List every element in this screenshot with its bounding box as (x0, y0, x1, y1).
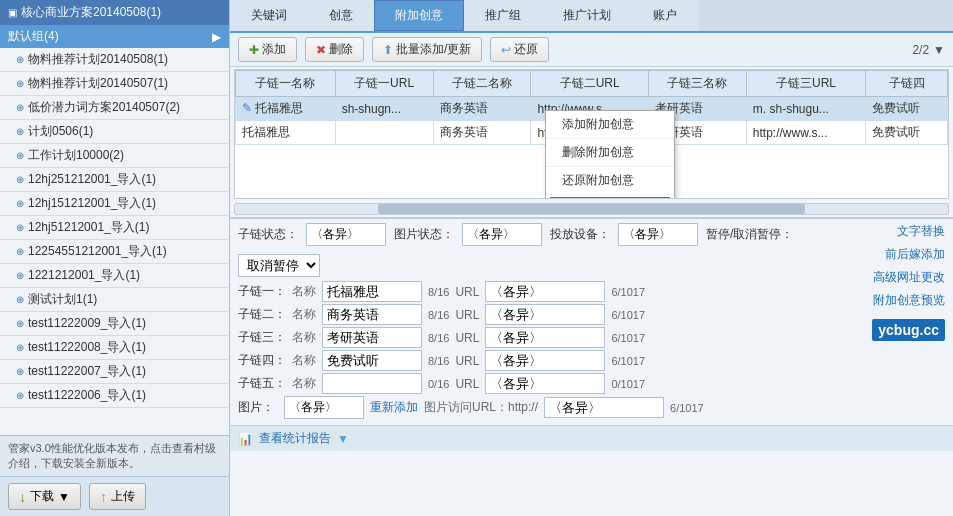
img-status-value[interactable]: 〈各异〉 (462, 223, 542, 246)
scrollbar-thumb[interactable] (378, 204, 806, 214)
report-link[interactable]: 查看统计报告 (259, 430, 331, 447)
collapse-icon: ▣ (8, 7, 17, 18)
prepend-append-link[interactable]: 前后嫁添加 (885, 246, 945, 263)
tab-addon-creative[interactable]: 附加创意 (374, 0, 464, 31)
sidebar-item-6[interactable]: ⊕12hj151212001_导入(1) (0, 192, 229, 216)
chain-status-value[interactable]: 〈各异〉 (306, 223, 386, 246)
sidebar-group[interactable]: 默认组(4) ▶ (0, 25, 229, 48)
sidebar-item-label: 物料推荐计划20140507(1) (28, 75, 168, 92)
plus-icon: ⊕ (16, 198, 24, 209)
plus-icon: ⊕ (16, 174, 24, 185)
delete-button[interactable]: ✖ 删除 (305, 37, 364, 62)
advanced-url-link[interactable]: 高级网址更改 (873, 269, 945, 286)
restore-button[interactable]: ↩ 还原 (490, 37, 549, 62)
tab-promo-plan[interactable]: 推广计划 (542, 0, 632, 31)
sidebar-item-4[interactable]: ⊕工作计划10000(2) (0, 144, 229, 168)
ctx-add-creative[interactable]: 添加附加创意 (546, 111, 674, 139)
sidebar-item-label: test11222009_导入(1) (28, 315, 146, 332)
image-row: 图片： 〈各异〉 重新添加 图片访问URL：http:// 6/1017 (238, 396, 861, 419)
chain2-name-input[interactable] (322, 304, 422, 325)
ctx-delete-creative[interactable]: 删除附加创意 (546, 139, 674, 167)
img-value[interactable]: 〈各异〉 (284, 396, 364, 419)
logo-area: ycbug.cc (872, 319, 945, 341)
col-header-7: 子链四 (866, 71, 948, 97)
chain1-url-input[interactable] (485, 281, 605, 302)
sidebar-header[interactable]: ▣ 核心商业方案20140508(1) (0, 0, 229, 25)
chain3-name-input[interactable] (322, 327, 422, 348)
chain2-name-count: 8/16 (428, 309, 449, 321)
chain2-url-input[interactable] (485, 304, 605, 325)
chain2-url-count: 6/1017 (611, 309, 645, 321)
add-button[interactable]: ✚ 添加 (238, 37, 297, 62)
col-header-6: 子链三URL (746, 71, 865, 97)
pause-label: 暂停/取消暂停： (706, 226, 793, 243)
tab-promo-group[interactable]: 推广组 (464, 0, 542, 31)
chain4-label: 子链四： (238, 352, 286, 369)
chain-row-3: 子链三： 名称 8/16 URL 6/1017 (238, 327, 861, 348)
sidebar-item-11[interactable]: ⊕test11222009_导入(1) (0, 312, 229, 336)
sidebar-item-10[interactable]: ⊕测试计划1(1) (0, 288, 229, 312)
plus-icon: ⊕ (16, 102, 24, 113)
sidebar-footer: 管家v3.0性能优化版本发布，点击查看村级介绍，下载安装全新版本。 (0, 435, 229, 476)
edit-icon: ✎ (242, 101, 252, 115)
right-content: 关键词 创意 附加创意 推广组 推广计划 账户 ✚ 添加 ✖ 删除 ⬆ 批量添加… (230, 0, 953, 516)
sidebar-item-1[interactable]: ⊕物料推荐计划20140507(1) (0, 72, 229, 96)
sidebar-item-9[interactable]: ⊕1221212001_导入(1) (0, 264, 229, 288)
download-button[interactable]: ↓ 下载 ▼ (8, 483, 81, 510)
chain3-url-count: 6/1017 (611, 332, 645, 344)
chain4-name-label: 名称 (292, 352, 316, 369)
img-url-count: 6/1017 (670, 402, 704, 414)
cell-url3: http://www.s... (746, 121, 865, 145)
chain3-url-input[interactable] (485, 327, 605, 348)
ctx-restore-creative[interactable]: 还原附加创意 (546, 167, 674, 195)
sidebar-item-0[interactable]: ⊕物料推荐计划20140508(1) (0, 48, 229, 72)
sidebar-title: 核心商业方案20140508(1) (21, 4, 161, 21)
chain1-name-input[interactable] (322, 281, 422, 302)
sidebar-item-13[interactable]: ⊕test11222007_导入(1) (0, 360, 229, 384)
horizontal-scrollbar[interactable] (234, 203, 949, 215)
chain-row-4: 子链四： 名称 8/16 URL 6/1017 (238, 350, 861, 371)
chain4-url-count: 6/1017 (611, 355, 645, 367)
device-value[interactable]: 〈各异〉 (618, 223, 698, 246)
img-status-label: 图片状态： (394, 226, 454, 243)
img-url-input[interactable] (544, 397, 664, 418)
tab-creative[interactable]: 创意 (308, 0, 374, 31)
cell-url1 (335, 121, 433, 145)
plus-icon: ⊕ (16, 78, 24, 89)
sidebar-item-7[interactable]: ⊕12hj51212001_导入(1) (0, 216, 229, 240)
tab-account[interactable]: 账户 (632, 0, 698, 31)
chain4-url-input[interactable] (485, 350, 605, 371)
pause-select[interactable]: 取消暂停 暂停 (238, 254, 320, 277)
plus-icon: ⊕ (16, 390, 24, 401)
sidebar-item-3[interactable]: ⊕计划0506(1) (0, 120, 229, 144)
batch-button[interactable]: ⬆ 批量添加/更新 (372, 37, 482, 62)
text-replace-link[interactable]: 文字替换 (897, 223, 945, 240)
chain3-label: 子链三： (238, 329, 286, 346)
upload-button[interactable]: ↑ 上传 (89, 483, 146, 510)
img-add-link[interactable]: 重新添加 (370, 399, 418, 416)
ctx-cut[interactable]: 剪切 (551, 198, 669, 199)
table-area: 子链一名称 子链一URL 子链二名称 子链二URL 子链三名称 子链三URL 子… (234, 69, 949, 199)
sidebar-item-2[interactable]: ⊕低价潜力词方案20140507(2) (0, 96, 229, 120)
chain4-name-input[interactable] (322, 350, 422, 371)
chain5-label: 子链五： (238, 375, 286, 392)
upload-label: 上传 (111, 488, 135, 505)
preview-link[interactable]: 附加创意预览 (873, 292, 945, 309)
chain5-url-input[interactable] (485, 373, 605, 394)
sidebar-item-5[interactable]: ⊕12hj251212001_导入(1) (0, 168, 229, 192)
tab-keyword[interactable]: 关键词 (230, 0, 308, 31)
sidebar-item-label: 计划0506(1) (28, 123, 93, 140)
restore-icon: ↩ (501, 43, 511, 57)
chain5-name-input[interactable] (322, 373, 422, 394)
report-dropdown-icon[interactable]: ▼ (337, 432, 349, 446)
sidebar-item-8[interactable]: ⊕12254551212001_导入(1) (0, 240, 229, 264)
sidebar-item-14[interactable]: ⊕test11222006_导入(1) (0, 384, 229, 408)
status-row: 子链状态： 〈各异〉 图片状态： 〈各异〉 投放设备： 〈各异〉 暂停/取消暂停… (238, 223, 861, 277)
sidebar-items-list: ⊕物料推荐计划20140508(1) ⊕物料推荐计划20140507(1) ⊕低… (0, 48, 229, 435)
delete-label: 删除 (329, 41, 353, 58)
dropdown-icon[interactable]: ▼ (933, 43, 945, 57)
sidebar-item-label: 12hj251212001_导入(1) (28, 171, 156, 188)
sidebar-item-12[interactable]: ⊕test11222008_导入(1) (0, 336, 229, 360)
sidebar-item-label: 低价潜力词方案20140507(2) (28, 99, 180, 116)
sidebar-item-label: test11222006_导入(1) (28, 387, 146, 404)
